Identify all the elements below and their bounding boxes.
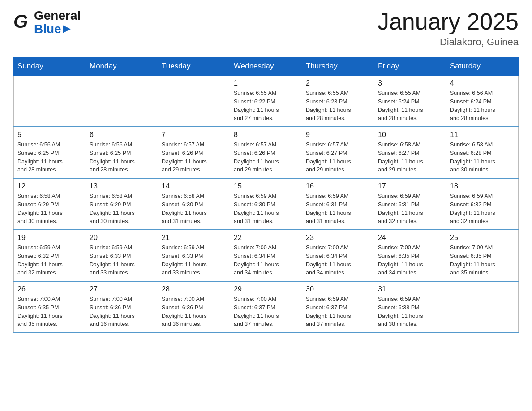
- main-title: January 2025: [378, 9, 519, 34]
- day-info: Sunrise: 6:58 AM Sunset: 6:29 PM Dayligh…: [90, 192, 154, 226]
- day-cell: 4Sunrise: 6:56 AM Sunset: 6:24 PM Daylig…: [446, 76, 519, 127]
- day-number: 16: [306, 182, 370, 190]
- day-cell: 11Sunrise: 6:58 AM Sunset: 6:28 PM Dayli…: [446, 127, 519, 178]
- day-cell: 18Sunrise: 6:59 AM Sunset: 6:32 PM Dayli…: [446, 178, 519, 230]
- day-info: Sunrise: 6:58 AM Sunset: 6:29 PM Dayligh…: [17, 192, 82, 226]
- day-number: 11: [450, 131, 515, 139]
- day-number: 17: [378, 182, 442, 190]
- header-cell-monday: Monday: [86, 57, 158, 76]
- day-number: 9: [306, 131, 370, 139]
- logo-blue-row: Blue: [34, 23, 81, 35]
- day-info: Sunrise: 6:59 AM Sunset: 6:38 PM Dayligh…: [378, 295, 442, 329]
- day-info: Sunrise: 6:59 AM Sunset: 6:31 PM Dayligh…: [306, 192, 370, 226]
- logo-arrow-icon: [63, 25, 71, 33]
- day-cell: 26Sunrise: 7:00 AM Sunset: 6:35 PM Dayli…: [14, 281, 86, 333]
- day-cell: 12Sunrise: 6:58 AM Sunset: 6:29 PM Dayli…: [14, 178, 86, 230]
- day-info: Sunrise: 6:55 AM Sunset: 6:22 PM Dayligh…: [234, 89, 298, 123]
- calendar-header: SundayMondayTuesdayWednesdayThursdayFrid…: [14, 57, 519, 76]
- logo-blue-text: Blue: [34, 23, 61, 35]
- header-cell-thursday: Thursday: [302, 57, 374, 76]
- day-cell: 6Sunrise: 6:56 AM Sunset: 6:25 PM Daylig…: [86, 127, 158, 178]
- day-info: Sunrise: 7:00 AM Sunset: 6:37 PM Dayligh…: [234, 295, 298, 329]
- day-info: Sunrise: 6:59 AM Sunset: 6:31 PM Dayligh…: [378, 192, 442, 226]
- day-info: Sunrise: 7:00 AM Sunset: 6:34 PM Dayligh…: [234, 244, 298, 277]
- day-number: 2: [306, 79, 370, 87]
- day-number: 28: [162, 285, 226, 293]
- day-info: Sunrise: 6:57 AM Sunset: 6:26 PM Dayligh…: [162, 141, 226, 174]
- day-cell: 17Sunrise: 6:59 AM Sunset: 6:31 PM Dayli…: [374, 178, 446, 230]
- week-row-5: 26Sunrise: 7:00 AM Sunset: 6:35 PM Dayli…: [14, 281, 519, 333]
- header-row: SundayMondayTuesdayWednesdayThursdayFrid…: [14, 57, 519, 76]
- day-cell: 13Sunrise: 6:58 AM Sunset: 6:29 PM Dayli…: [86, 178, 158, 230]
- day-cell: 21Sunrise: 6:59 AM Sunset: 6:33 PM Dayli…: [158, 230, 230, 281]
- day-info: Sunrise: 6:57 AM Sunset: 6:26 PM Dayligh…: [234, 141, 298, 174]
- day-cell: 20Sunrise: 6:59 AM Sunset: 6:33 PM Dayli…: [86, 230, 158, 281]
- logo-top-line: G General Blue: [13, 9, 81, 35]
- day-cell: 25Sunrise: 7:00 AM Sunset: 6:35 PM Dayli…: [446, 230, 519, 281]
- day-number: 6: [90, 131, 154, 139]
- day-number: 14: [162, 182, 226, 190]
- day-cell: 3Sunrise: 6:55 AM Sunset: 6:24 PM Daylig…: [374, 76, 446, 127]
- day-number: 10: [378, 131, 442, 139]
- day-number: 29: [234, 285, 298, 293]
- day-cell: 1Sunrise: 6:55 AM Sunset: 6:22 PM Daylig…: [230, 76, 302, 127]
- header-cell-sunday: Sunday: [14, 57, 86, 76]
- day-info: Sunrise: 6:55 AM Sunset: 6:23 PM Dayligh…: [306, 89, 370, 123]
- day-info: Sunrise: 6:57 AM Sunset: 6:27 PM Dayligh…: [306, 141, 370, 174]
- logo-icon: G: [13, 10, 36, 34]
- week-row-4: 19Sunrise: 6:59 AM Sunset: 6:32 PM Dayli…: [14, 230, 519, 281]
- day-number: 22: [234, 234, 298, 242]
- day-number: 20: [90, 234, 154, 242]
- day-info: Sunrise: 7:00 AM Sunset: 6:35 PM Dayligh…: [450, 244, 515, 277]
- day-number: 13: [90, 182, 154, 190]
- day-info: Sunrise: 6:59 AM Sunset: 6:33 PM Dayligh…: [162, 244, 226, 277]
- day-cell: 16Sunrise: 6:59 AM Sunset: 6:31 PM Dayli…: [302, 178, 374, 230]
- page-header: G General Blue January 2025 Dialakoro, G…: [13, 9, 519, 48]
- day-number: 7: [162, 131, 226, 139]
- header-cell-friday: Friday: [374, 57, 446, 76]
- day-info: Sunrise: 7:00 AM Sunset: 6:36 PM Dayligh…: [90, 295, 154, 329]
- day-number: 15: [234, 182, 298, 190]
- week-row-3: 12Sunrise: 6:58 AM Sunset: 6:29 PM Dayli…: [14, 178, 519, 230]
- day-info: Sunrise: 7:00 AM Sunset: 6:34 PM Dayligh…: [306, 244, 370, 277]
- day-number: 31: [378, 285, 442, 293]
- day-info: Sunrise: 7:00 AM Sunset: 6:36 PM Dayligh…: [162, 295, 226, 329]
- day-number: 27: [90, 285, 154, 293]
- day-info: Sunrise: 6:56 AM Sunset: 6:24 PM Dayligh…: [450, 89, 515, 123]
- day-number: 21: [162, 234, 226, 242]
- day-info: Sunrise: 6:58 AM Sunset: 6:28 PM Dayligh…: [450, 141, 515, 174]
- day-info: Sunrise: 7:00 AM Sunset: 6:35 PM Dayligh…: [378, 244, 442, 277]
- day-cell: 5Sunrise: 6:56 AM Sunset: 6:25 PM Daylig…: [14, 127, 86, 178]
- day-cell: 7Sunrise: 6:57 AM Sunset: 6:26 PM Daylig…: [158, 127, 230, 178]
- day-cell: 31Sunrise: 6:59 AM Sunset: 6:38 PM Dayli…: [374, 281, 446, 333]
- day-number: 23: [306, 234, 370, 242]
- day-cell: 2Sunrise: 6:55 AM Sunset: 6:23 PM Daylig…: [302, 76, 374, 127]
- header-cell-tuesday: Tuesday: [158, 57, 230, 76]
- day-number: 8: [234, 131, 298, 139]
- day-cell: 14Sunrise: 6:58 AM Sunset: 6:30 PM Dayli…: [158, 178, 230, 230]
- day-number: 12: [17, 182, 82, 190]
- day-info: Sunrise: 6:58 AM Sunset: 6:30 PM Dayligh…: [162, 192, 226, 226]
- day-info: Sunrise: 6:58 AM Sunset: 6:27 PM Dayligh…: [378, 141, 442, 174]
- calendar-body: 1Sunrise: 6:55 AM Sunset: 6:22 PM Daylig…: [14, 76, 519, 333]
- day-number: 1: [234, 79, 298, 87]
- day-cell: [86, 76, 158, 127]
- svg-marker-1: [63, 25, 71, 33]
- day-number: 4: [450, 79, 515, 87]
- day-info: Sunrise: 6:55 AM Sunset: 6:24 PM Dayligh…: [378, 89, 442, 123]
- day-info: Sunrise: 6:59 AM Sunset: 6:32 PM Dayligh…: [17, 244, 82, 277]
- day-number: 25: [450, 234, 515, 242]
- subtitle: Dialakoro, Guinea: [378, 36, 519, 48]
- day-info: Sunrise: 6:56 AM Sunset: 6:25 PM Dayligh…: [90, 141, 154, 174]
- week-row-1: 1Sunrise: 6:55 AM Sunset: 6:22 PM Daylig…: [14, 76, 519, 127]
- day-cell: 28Sunrise: 7:00 AM Sunset: 6:36 PM Dayli…: [158, 281, 230, 333]
- day-number: 24: [378, 234, 442, 242]
- day-info: Sunrise: 7:00 AM Sunset: 6:35 PM Dayligh…: [17, 295, 82, 329]
- day-info: Sunrise: 6:59 AM Sunset: 6:32 PM Dayligh…: [450, 192, 515, 226]
- svg-text:G: G: [13, 11, 28, 32]
- day-cell: 29Sunrise: 7:00 AM Sunset: 6:37 PM Dayli…: [230, 281, 302, 333]
- calendar-table: SundayMondayTuesdayWednesdayThursdayFrid…: [13, 57, 519, 333]
- header-cell-saturday: Saturday: [446, 57, 519, 76]
- day-cell: 8Sunrise: 6:57 AM Sunset: 6:26 PM Daylig…: [230, 127, 302, 178]
- day-info: Sunrise: 6:59 AM Sunset: 6:30 PM Dayligh…: [234, 192, 298, 226]
